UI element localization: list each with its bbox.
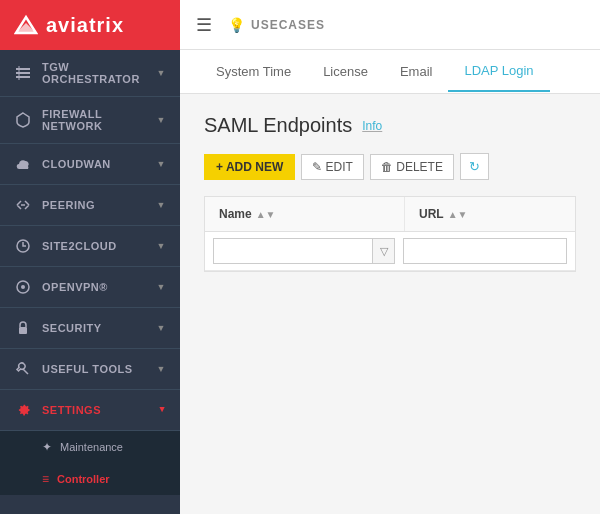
edit-button[interactable]: ✎ EDIT [301,154,364,180]
tab-bar: System Time License Email LDAP Login [180,50,600,94]
saml-endpoints-table: Name ▲▼ URL ▲▼ ▽ [204,196,576,272]
openvpn-label: OPENVPN® [42,281,108,293]
sidebar-item-security[interactable]: SECURITY ▼ [0,308,180,349]
openvpn-icon [14,278,32,296]
sidebar-header: aviatrix [0,0,180,50]
table-filter-row: ▽ [205,232,575,271]
info-link[interactable]: Info [362,119,382,133]
col-name-label: Name [219,207,252,221]
tab-system-time[interactable]: System Time [200,52,307,91]
tab-license[interactable]: License [307,52,384,91]
sidebar-nav: TGW ORCHESTRATOR ▼ FIREWALL NETWORK ▼ CL… [0,50,180,514]
cloudwan-icon [14,155,32,173]
add-new-button[interactable]: + ADD NEW [204,154,295,180]
openvpn-chevron: ▼ [157,282,166,292]
settings-label: SETTINGS [42,404,101,416]
col-name-sort-icon: ▲▼ [256,209,276,220]
cloudwan-label: CLOUDWAN [42,158,111,170]
aviatrix-logo-icon [14,13,38,37]
page-title: SAML Endpoints [204,114,352,137]
peering-label: PEERING [42,199,95,211]
usecases-link[interactable]: 💡 USECASES [228,17,325,33]
sidebar-item-site2cloud[interactable]: SITE2CLOUD ▼ [0,226,180,267]
page-title-row: SAML Endpoints Info [204,114,576,137]
sidebar: aviatrix TGW ORCHESTRATOR ▼ FIREWALL NET… [0,0,180,514]
main-content: ☰ 💡 USECASES System Time License Email L… [180,0,600,514]
toolbar: + ADD NEW ✎ EDIT 🗑 DELETE ↻ [204,153,576,180]
filter-icon[interactable]: ▽ [373,238,395,264]
col-url-sort-icon: ▲▼ [448,209,468,220]
site2cloud-chevron: ▼ [157,241,166,251]
peering-icon [14,196,32,214]
delete-button[interactable]: 🗑 DELETE [370,154,454,180]
tgw-icon [14,64,32,82]
sidebar-logo-text: aviatrix [46,14,124,37]
delete-label: 🗑 DELETE [381,160,443,174]
sidebar-item-firewall[interactable]: FIREWALL NETWORK ▼ [0,97,180,144]
controller-label: Controller [57,473,110,485]
hamburger-menu[interactable]: ☰ [196,14,212,36]
refresh-icon: ↻ [469,159,480,174]
svg-rect-9 [19,327,27,334]
svg-point-8 [21,285,25,289]
peering-chevron: ▼ [157,200,166,210]
firewall-label: FIREWALL NETWORK [42,108,157,132]
sidebar-item-settings[interactable]: SETTINGS ▲ [0,390,180,431]
settings-icon [14,401,32,419]
edit-label: ✎ EDIT [312,160,353,174]
refresh-button[interactable]: ↻ [460,153,489,180]
maintenance-label: Maintenance [60,441,123,453]
sidebar-item-cloudwan[interactable]: CLOUDWAN ▼ [0,144,180,185]
security-icon [14,319,32,337]
sidebar-subitem-maintenance[interactable]: ✦ Maintenance [0,431,180,463]
tgw-label: TGW ORCHESTRATOR [42,61,157,85]
firewall-icon [14,111,32,129]
tab-ldap-login[interactable]: LDAP Login [448,51,549,92]
security-label: SECURITY [42,322,102,334]
firewall-chevron: ▼ [157,115,166,125]
useful-tools-chevron: ▼ [157,364,166,374]
sidebar-subitem-controller[interactable]: ≡ Controller [0,463,180,495]
usecases-label: USECASES [251,18,325,32]
svg-rect-5 [18,66,20,80]
site2cloud-label: SITE2CLOUD [42,240,117,252]
useful-tools-icon [14,360,32,378]
sidebar-item-openvpn[interactable]: OPENVPN® ▼ [0,267,180,308]
sidebar-item-peering[interactable]: PEERING ▼ [0,185,180,226]
col-name[interactable]: Name ▲▼ [205,197,405,231]
security-chevron: ▼ [157,323,166,333]
col-url[interactable]: URL ▲▼ [405,197,575,231]
page-body: SAML Endpoints Info + ADD NEW ✎ EDIT 🗑 D… [180,94,600,514]
sidebar-item-useful-tools[interactable]: USEFUL TOOLS ▼ [0,349,180,390]
settings-chevron: ▲ [157,405,166,415]
table-header: Name ▲▼ URL ▲▼ [205,197,575,232]
useful-tools-label: USEFUL TOOLS [42,363,133,375]
svg-line-10 [23,369,28,374]
add-new-label: + ADD NEW [216,160,283,174]
name-filter-input[interactable] [213,238,373,264]
tab-email[interactable]: Email [384,52,449,91]
bulb-icon: 💡 [228,17,246,33]
cloudwan-chevron: ▼ [157,159,166,169]
top-bar: ☰ 💡 USECASES [180,0,600,50]
url-filter-input[interactable] [403,238,567,264]
tgw-chevron: ▼ [157,68,166,78]
controller-icon: ≡ [42,472,49,486]
maintenance-icon: ✦ [42,440,52,454]
col-url-label: URL [419,207,444,221]
site2cloud-icon [14,237,32,255]
sidebar-item-tgw[interactable]: TGW ORCHESTRATOR ▼ [0,50,180,97]
